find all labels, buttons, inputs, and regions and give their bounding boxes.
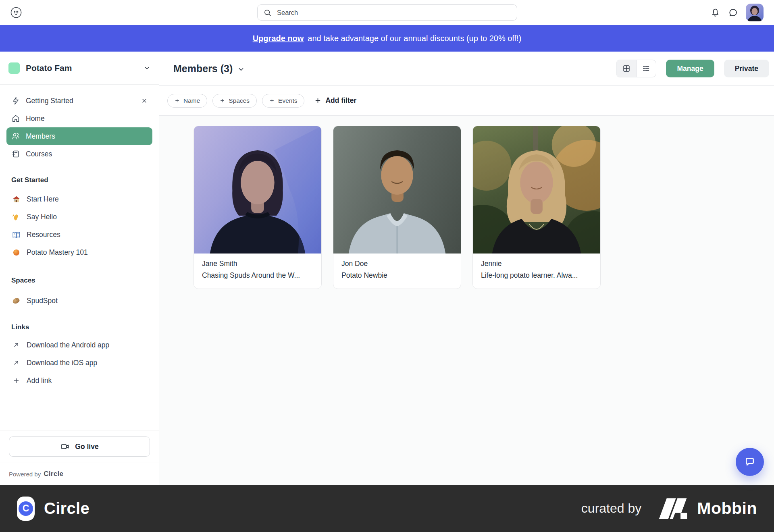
sidebar-item-label: Courses [26,150,52,158]
filter-chip-label: Spaces [229,97,250,104]
close-icon[interactable] [141,98,148,104]
mobbin-brand-name: Mobbin [697,499,757,518]
spaces-list: SpudSpot [0,292,159,310]
community-switcher[interactable]: Potato Fam [0,52,159,85]
member-photo [473,126,600,254]
circle-brand[interactable]: C Circle [17,497,89,521]
private-button[interactable]: Private [724,60,769,77]
grid-view-button[interactable] [616,60,636,77]
member-card[interactable]: Jane Smith Chasing Spuds Around the W... [194,126,322,289]
sidebar-item-label: Members [26,132,55,141]
potato-emoji-icon [11,296,21,305]
sidebar-item-label: Download the Android app [27,341,109,349]
sidebar-item-resources[interactable]: Resources [6,226,152,243]
sidebar-item-label: Start Here [27,195,59,204]
go-live-label: Go live [75,443,98,451]
mobbin-logo-icon [657,497,690,520]
plus-icon [269,98,275,103]
plus-icon [175,98,180,103]
member-photo [333,126,461,254]
chat-launcher-button[interactable] [736,448,764,476]
sidebar-bottom: Go live Powered by Circle [0,430,159,485]
page-header: Members (3) Manage Private [159,52,774,86]
topbar-actions [710,0,764,25]
filter-chip-label: Name [183,97,200,104]
links-list: Download the Android app Download the iO… [0,336,159,389]
members-people-icon [11,132,20,141]
open-book-emoji-icon [11,230,21,239]
sidebar-add-link[interactable]: Add link [6,372,152,389]
chat-bubble-icon [743,455,756,468]
sidebar-item-courses[interactable]: Courses [6,145,152,163]
sidebar-item-label: SpudSpot [27,297,58,305]
sidebar-link-android-app[interactable]: Download the Android app [6,336,152,354]
curated-by-text: curated by [581,501,641,516]
sidebar-item-say-hello[interactable]: Say Hello [6,208,152,226]
upgrade-banner: Upgrade now and take advantage of our an… [0,25,774,52]
add-filter-label: Add filter [325,96,356,105]
circle-wordmark[interactable]: Circle [44,470,63,478]
section-heading-links: Links [11,322,159,332]
circle-logo-icon: C [17,497,35,521]
sidebar-nav: Getting Started Home Members [0,85,159,163]
search-icon [263,8,272,17]
page-title[interactable]: Members (3) [173,63,245,75]
sidebar-item-start-here[interactable]: Start Here [6,190,152,208]
sidebar-item-potato-mastery[interactable]: Potato Mastery 101 [6,243,152,261]
footer-attribution: curated by Mobbin [581,497,757,520]
search-bar[interactable] [257,4,517,21]
courses-notebook-icon [11,150,20,158]
community-avatar [8,62,20,74]
plus-icon [314,97,321,104]
manage-button[interactable]: Manage [666,60,714,77]
list-view-button[interactable] [636,60,656,77]
filter-chip-spaces[interactable]: Spaces [212,94,257,108]
member-bio: Potato Newbie [341,271,453,280]
footer: C Circle curated by Mobbin [0,485,774,532]
notifications-bell-icon[interactable] [710,8,720,18]
sidebar-item-label: Say Hello [27,213,57,221]
sidebar-item-getting-started[interactable]: Getting Started [6,92,152,110]
member-name: Jennie [481,260,592,268]
member-bio: Life-long potato learner. Alwa... [481,271,592,280]
waving-hand-emoji-icon [11,212,21,222]
member-card[interactable]: Jennie Life-long potato learner. Alwa... [472,126,601,289]
members-grid: Jane Smith Chasing Spuds Around the W...… [159,116,774,289]
user-avatar[interactable] [746,4,764,21]
sidebar-item-label: Potato Mastery 101 [27,248,88,257]
powered-by-text: Powered by [9,471,41,478]
upgrade-now-link[interactable]: Upgrade now [253,34,304,43]
sidebar-link-ios-app[interactable]: Download the iOS app [6,354,152,372]
member-info: Jane Smith Chasing Spuds Around the W... [194,254,321,289]
chevron-down-icon[interactable] [143,64,151,72]
sidebar-item-members[interactable]: Members [6,127,152,145]
top-bar [0,0,774,25]
member-info: Jennie Life-long potato learner. Alwa... [473,254,600,289]
filter-chip-events[interactable]: Events [262,94,304,108]
sidebar-item-spudspot[interactable]: SpudSpot [6,292,152,310]
sidebar-item-label: Download the iOS app [27,359,97,367]
mobbin-brand[interactable]: Mobbin [657,497,757,520]
apps-grid-icon[interactable] [10,6,23,19]
plus-icon [11,377,21,384]
get-started-list: Start Here Say Hello Resour [0,190,159,261]
go-live-button[interactable]: Go live [9,436,150,457]
sidebar-item-home[interactable]: Home [6,110,152,127]
search-input[interactable] [276,8,511,17]
section-heading-get-started: Get Started [11,175,159,185]
external-link-arrow-icon [11,342,21,348]
member-card[interactable]: Jon Doe Potato Newbie [333,126,461,289]
filter-chip-label: Events [278,97,297,104]
filter-chip-name[interactable]: Name [167,94,207,108]
header-actions: Manage Private [616,60,769,77]
main-content: Members (3) Manage Private [159,52,774,485]
messages-chat-icon[interactable] [728,8,738,18]
powered-by: Powered by Circle [0,463,159,485]
chevron-down-icon [237,65,245,73]
member-photo [194,126,321,254]
page-title-text: Members (3) [173,63,233,75]
video-camera-icon [60,442,70,451]
add-filter-button[interactable]: Add filter [314,96,356,105]
home-icon [11,114,20,123]
member-name: Jon Doe [341,260,453,268]
